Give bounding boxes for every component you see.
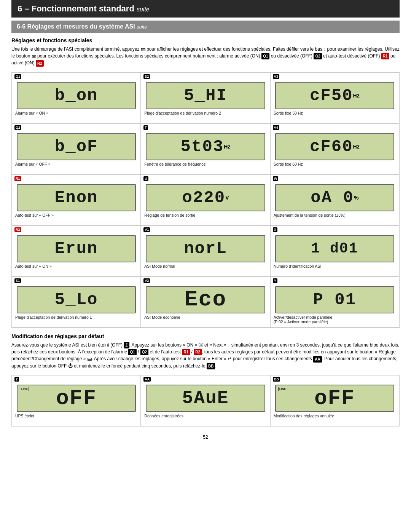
lcd-z-text: oFF [56, 388, 97, 409]
lcd-s1-text: 5_Lo [55, 291, 98, 308]
lcd-y: P 01 [275, 286, 394, 313]
caption-aa: Données enregistrées [144, 414, 266, 424]
line-indicator-bb: LINE [278, 387, 287, 391]
lcd-t-sup: Hz [224, 144, 230, 150]
badge-aa-label: AA [143, 377, 151, 382]
main-suite: suite [137, 6, 150, 13]
badge-v3-label: V3 [273, 74, 279, 79]
panel-v2: V2 Eco ASI Mode économie [141, 276, 270, 328]
badge-y-label: Y [273, 278, 277, 283]
caption-t: Fenêtre de tolérance de fréquence [144, 162, 266, 173]
panel-w: W oA 0% Ajustement de la tension de sort… [270, 174, 399, 225]
panel-t: T 5t03Hz Fenêtre de tolérance de fréquen… [141, 123, 270, 174]
lcd-x: 1 d01 [275, 235, 394, 262]
badge-v1-label: V1 [143, 227, 150, 232]
lcd-q1: b_on [17, 82, 136, 109]
panel-z: Z LINE oFF UPS éteint [12, 375, 141, 426]
section-title: 6-6 Réglages et mesures du système ASI s… [11, 21, 400, 33]
panel-q1: Q1 b_on Alarme sur « ON » [12, 72, 141, 123]
lcd-y-text: P 01 [313, 291, 357, 308]
badge-z-label: Z [14, 377, 19, 382]
badge-aa-inline: AA [313, 356, 322, 363]
caption-r1: Auto-test sur « OFF » [15, 213, 137, 224]
caption-v1: ASI Mode normal [144, 264, 266, 275]
caption-v3: Sortie fixe 50 Hz [274, 111, 396, 121]
panel-v4: V4 cF60Hz Sortie fixe 60 Hz [270, 123, 399, 174]
badge-q1-label: Q1 [14, 74, 21, 79]
caption-x: Numéro d'identification ASI [274, 264, 396, 275]
lcd-w-sup: % [354, 195, 358, 201]
section-title-text: 6-6 Réglages et mesures du système ASI [17, 23, 135, 30]
panel-v3: V3 cF50Hz Sortie fixe 50 Hz [270, 72, 399, 123]
lcd-s1: 5_Lo [17, 286, 136, 313]
modification-heading: Modification des réglages par défaut [11, 333, 400, 339]
lcd-bb-text: oFF [314, 388, 355, 409]
lcd-aa-text: 5AuE [182, 389, 229, 407]
lcd-r1-text: Enon [55, 189, 98, 206]
badge-v4-label: V4 [273, 125, 279, 130]
panel-q2: Q2 b_oF Alarme sur « OFF » [12, 123, 141, 174]
lcd-u-text: o220 [182, 189, 226, 206]
badge-z-inline: Z [124, 342, 129, 348]
panel-s2: S2 5_HI Plage d'acceptation de dérivatio… [141, 72, 270, 123]
lcd-v3: cF50Hz [275, 82, 394, 109]
lcd-v3-sup: Hz [353, 93, 360, 99]
badge-r2-inline: R2 [194, 349, 202, 355]
lcd-v4: cF60Hz [275, 133, 394, 160]
lcd-v1: norL [146, 235, 265, 262]
badge-s1-label: S1 [14, 278, 21, 283]
caption-q2: Alarme sur « OFF » [15, 162, 137, 173]
badge-r2-label: R2 [14, 227, 21, 232]
reglages-description: Une fois le démarrage de l'ASI complètem… [11, 46, 400, 67]
caption-s1: Plage d'acceptation de dérivation numéro… [15, 315, 137, 326]
lcd-v4-sup: Hz [353, 144, 360, 150]
badge-r2: R2 [36, 60, 44, 67]
badge-q1-inline: Q1 [128, 349, 136, 355]
lcd-q2-text: b_oF [55, 138, 98, 155]
lcd-t: 5t03Hz [146, 133, 265, 160]
badge-q2-inline: Q2 [140, 349, 148, 355]
lcd-r2: Erun [17, 235, 136, 262]
lcd-q2: b_oF [17, 133, 136, 160]
badge-v2-label: V2 [143, 278, 150, 283]
badge-r1-inline: R1 [182, 349, 190, 355]
lcd-q1-text: b_on [55, 87, 98, 104]
caption-z: UPS éteint [15, 414, 137, 424]
caption-bb: Modification des réglages annulée [274, 414, 396, 424]
lcd-v4-text: cF60 [310, 138, 353, 155]
caption-v4: Sortie fixe 60 Hz [274, 162, 396, 173]
badge-u-label: U [143, 176, 148, 181]
lcd-z: LINE oFF [17, 385, 136, 412]
caption-w: Ajustement de la tension de sortie (±3%) [274, 213, 396, 224]
badge-q2-label: Q2 [14, 125, 21, 130]
panel-u: U o220V Réglage de tension de sortie [141, 174, 270, 225]
page-container: 6 – Fonctionnement standard suite 6-6 Ré… [0, 0, 411, 451]
bottom-panels-grid: Z LINE oFF UPS éteint AA 5AuE Données en… [11, 375, 400, 427]
lcd-w: oA 0% [275, 184, 394, 211]
badge-q2: Q2 [314, 53, 322, 59]
lcd-s2: 5_HI [146, 82, 265, 109]
panel-v1: V1 norL ASI Mode normal [141, 225, 270, 276]
caption-r2: Auto-test sur « ON » [15, 264, 137, 275]
section-suite: suite [137, 24, 147, 30]
lcd-t-text: 5t03 [181, 138, 224, 155]
lcd-v2-text: Eco [185, 289, 226, 311]
panels-grid: Q1 b_on Alarme sur « ON » S2 5_HI Plage … [11, 72, 400, 328]
badge-t-label: T [143, 125, 148, 130]
badge-bb-inline: BB [207, 363, 215, 369]
caption-v2: ASI Mode économie [144, 315, 266, 326]
badge-w-label: W [273, 176, 279, 181]
badge-x-label: X [273, 227, 277, 232]
panel-s1: S1 5_Lo Plage d'acceptation de dérivatio… [12, 276, 141, 328]
caption-s2: Plage d'acceptation de dérivation numéro… [144, 111, 266, 121]
caption-q1: Alarme sur « ON » [15, 111, 137, 121]
lcd-u: o220V [146, 184, 265, 211]
badge-r1: R1 [381, 53, 389, 59]
panel-aa: AA 5AuE Données enregistrées [141, 375, 270, 426]
lcd-v2: Eco [146, 286, 265, 313]
lcd-v1-text: norL [184, 240, 227, 257]
main-title: 6 – Fonctionnement standard suite [11, 0, 400, 18]
badge-q1: Q1 [261, 53, 269, 59]
badge-r1-label: R1 [14, 176, 21, 181]
modification-description: Assurez-vous que le système ASI est bien… [11, 342, 400, 369]
